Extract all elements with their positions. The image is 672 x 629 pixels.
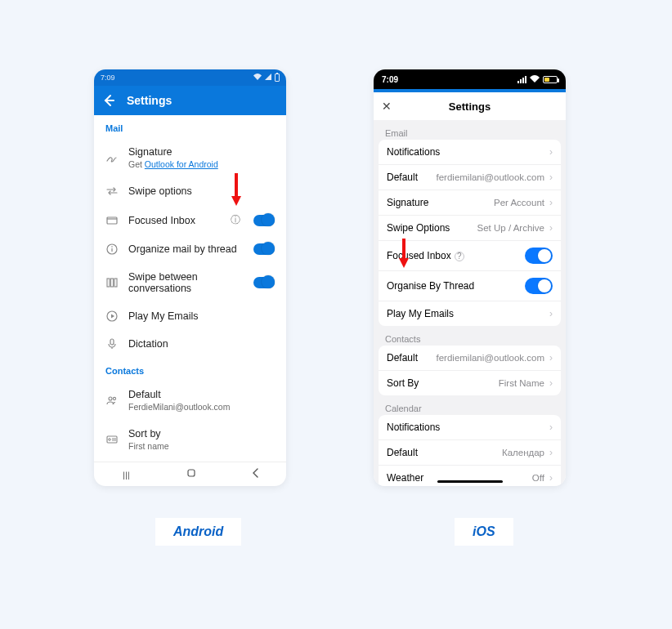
default-label: Default [128, 389, 275, 400]
focused-icon [105, 216, 119, 225]
android-header: Settings [94, 86, 286, 115]
swipe-icon [105, 187, 119, 195]
ios-header: ✕ Settings [374, 92, 566, 120]
android-settings-body: Mail Signature Get Outlook for Android S… [94, 115, 286, 462]
play-label: Play My Emails [128, 310, 275, 322]
android-phone: 7:09 Settings Mail [94, 69, 286, 486]
back-arrow-icon[interactable] [102, 94, 115, 107]
chevron-right-icon: › [549, 308, 553, 319]
cal-weather-value: Off [532, 473, 544, 483]
group-email: Notifications › Default ferdiemilani@out… [379, 140, 561, 326]
row-organise-thread[interactable]: Organise By Thread [379, 271, 561, 301]
chevron-right-icon: › [549, 377, 553, 389]
focused-toggle[interactable] [253, 215, 275, 226]
c-default-value: ferdiemilani@outlook.com [437, 353, 544, 363]
svg-point-12 [109, 439, 111, 441]
row-contacts-default[interactable]: Default ferdiemilani@outlook.com› [379, 346, 561, 371]
row-cal-weather[interactable]: Weather Off› [379, 466, 561, 486]
section-mail: Mail [104, 115, 276, 138]
back-button[interactable] [251, 467, 259, 481]
row-signature[interactable]: Signature Per Account› [379, 190, 561, 216]
row-swipe-conversations[interactable]: Swipe between conversations [104, 263, 276, 302]
signature-sub: Get Outlook for Android [128, 159, 275, 169]
ios-settings-body: Email Notifications › Default ferdiemila… [374, 120, 566, 486]
sortby-label: Sort by [128, 428, 275, 439]
section-calendar: Calendar [374, 395, 566, 415]
group-calendar: Notifications › Default Календар› Weathe… [379, 415, 561, 486]
svg-rect-8 [110, 339, 114, 345]
android-nav-bar: ⫼ [94, 462, 286, 486]
svg-rect-4 [107, 279, 110, 287]
signal-icon [517, 76, 526, 83]
svg-point-10 [113, 397, 115, 399]
battery-icon [543, 76, 558, 83]
chevron-right-icon: › [549, 472, 553, 484]
chevron-right-icon: › [549, 352, 553, 364]
chevron-right-icon: › [549, 447, 553, 458]
status-time: 7:09 [101, 74, 115, 82]
default-value: ferdiemilani@outlook.com [437, 172, 544, 182]
c-sort-value: First Name [499, 378, 544, 388]
row-organize-thread[interactable]: Organize mail by thread [104, 235, 276, 263]
row-sort-by[interactable]: Sort By First Name› [379, 371, 561, 395]
swipeconv-label: Swipe between conversations [128, 271, 244, 294]
android-status-bar: 7:09 [94, 69, 286, 86]
row-play-emails[interactable]: Play My Emails › [379, 301, 561, 326]
row-play-emails[interactable]: Play My Emails [104, 302, 276, 330]
organize-toggle[interactable] [253, 243, 275, 255]
home-button[interactable] [186, 467, 197, 481]
row-swipe-options[interactable]: Swipe Options Set Up / Archive› [379, 216, 561, 241]
chevron-right-icon: › [549, 172, 553, 183]
row-sort-by[interactable]: Sort by First name [104, 420, 276, 459]
help-icon[interactable]: ⓘ [231, 213, 240, 227]
wifi-icon [253, 74, 262, 82]
default-sub: FerdieMilani@outlook.com [128, 402, 275, 412]
wifi-icon [530, 75, 540, 84]
row-dictation[interactable]: Dictation [104, 330, 276, 358]
sortby-sub: First name [128, 441, 275, 451]
signature-icon [105, 152, 119, 163]
row-default[interactable]: Default ferdiemilani@outlook.com› [379, 165, 561, 190]
help-icon[interactable]: ? [455, 252, 464, 261]
close-icon[interactable]: ✕ [382, 100, 392, 113]
row-swipe-options[interactable]: Swipe options [104, 177, 276, 205]
cal-default-value: Календар [502, 448, 544, 457]
row-signature[interactable]: Signature Get Outlook for Android [104, 138, 276, 177]
focused-toggle[interactable] [525, 248, 553, 264]
swipeconv-toggle[interactable] [253, 277, 275, 288]
page-title: Settings [127, 94, 172, 107]
signature-label: Signature [128, 146, 275, 158]
svg-rect-6 [114, 279, 117, 287]
group-contacts: Default ferdiemilani@outlook.com› Sort B… [379, 346, 561, 395]
ios-label: iOS [455, 518, 513, 546]
android-label: Android [155, 518, 241, 546]
svg-point-9 [109, 397, 112, 400]
row-contacts-default[interactable]: Default FerdieMilani@outlook.com [104, 381, 276, 420]
row-focused-inbox[interactable]: Focused Inbox ⓘ [104, 205, 276, 235]
swipe-value: Set Up / Archive [477, 223, 544, 233]
svg-rect-3 [111, 248, 112, 252]
chevron-right-icon: › [549, 422, 553, 433]
organize-label: Organize mail by thread [128, 243, 244, 255]
signature-value: Per Account [494, 198, 544, 207]
home-indicator[interactable] [437, 480, 503, 483]
chevron-right-icon: › [549, 146, 553, 158]
card-icon [105, 435, 119, 444]
svg-rect-0 [107, 217, 117, 224]
row-cal-default[interactable]: Default Календар› [379, 440, 561, 466]
status-time: 7:09 [382, 75, 398, 84]
page-title: Settings [449, 100, 491, 113]
focused-label: Focused Inbox [128, 215, 221, 226]
row-notifications[interactable]: Notifications › [379, 140, 561, 165]
svg-rect-5 [111, 279, 114, 287]
chevron-right-icon: › [549, 222, 553, 234]
organise-toggle[interactable] [525, 278, 553, 294]
chevron-right-icon: › [549, 197, 553, 208]
section-contacts: Contacts [374, 326, 566, 346]
row-focused-inbox[interactable]: Focused Inbox? [379, 241, 561, 271]
recents-button[interactable]: ⫼ [121, 468, 132, 481]
row-cal-notifications[interactable]: Notifications › [379, 415, 561, 440]
ios-phone: 7:09 ✕ Settings Email Notifications › [374, 69, 566, 486]
battery-icon [275, 74, 280, 82]
outlook-android-link[interactable]: Outlook for Android [145, 159, 218, 169]
